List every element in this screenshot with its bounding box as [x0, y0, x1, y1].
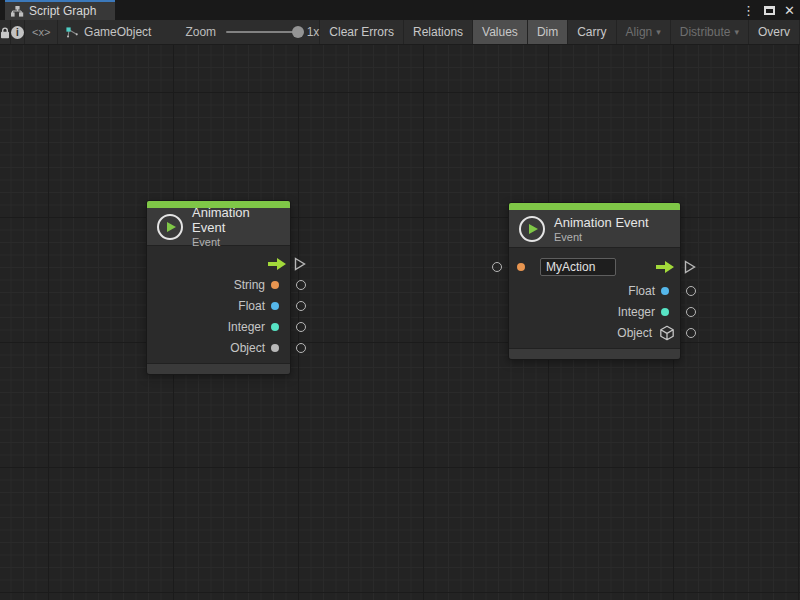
graph-toolbar: i <x> GameObject Zoom 1x Clear Errors Re…	[0, 20, 800, 45]
port-row-flow-output	[147, 253, 290, 274]
toolbar-buttons: Clear Errors Relations Values Dim Carry …	[320, 20, 800, 44]
align-button[interactable]: Align ▾	[617, 20, 671, 44]
maximize-icon[interactable]	[764, 6, 775, 15]
clear-errors-button[interactable]: Clear Errors	[320, 20, 404, 44]
variables-icon: <x>	[32, 26, 50, 38]
tab-script-graph[interactable]: Script Graph	[5, 0, 115, 20]
port-row-float: Float	[147, 295, 290, 316]
name-input-port[interactable]	[492, 262, 502, 272]
node-title: Animation Event	[192, 205, 280, 235]
flow-port-icon	[294, 257, 306, 271]
float-type-icon	[271, 302, 279, 310]
node-animation-event-1[interactable]: Animation Event Event String	[146, 200, 291, 375]
gameobject-graph-icon	[66, 26, 79, 39]
integer-output-port[interactable]	[296, 322, 306, 332]
flow-port-icon	[684, 260, 696, 274]
window-controls: ⋮ ✕	[742, 0, 795, 20]
event-play-icon	[157, 214, 183, 240]
port-row-float: Float	[509, 280, 680, 301]
port-label: Integer	[618, 305, 655, 319]
node-header: Animation Event Event	[509, 210, 680, 248]
float-output-port[interactable]	[686, 286, 696, 296]
event-name-field[interactable]	[540, 258, 616, 276]
dim-button[interactable]: Dim	[528, 20, 568, 44]
port-label: String	[234, 278, 265, 292]
float-type-icon	[661, 287, 669, 295]
node-body: String Float Integer Object	[147, 246, 290, 363]
graph-canvas[interactable]: Animation Event Event String	[0, 45, 800, 600]
flow-arrow-icon	[656, 261, 674, 273]
object-output-port[interactable]	[296, 343, 306, 353]
node-subtitle: Event	[554, 231, 649, 243]
port-label: Integer	[228, 320, 265, 334]
info-button[interactable]: i	[11, 20, 25, 44]
string-type-icon	[271, 281, 279, 289]
chevron-down-icon: ▾	[734, 27, 739, 37]
object-output-port[interactable]	[686, 328, 696, 338]
string-output-port[interactable]	[296, 280, 306, 290]
node-header: Animation Event Event	[147, 208, 290, 246]
port-row-integer: Integer	[147, 316, 290, 337]
node-color-bar	[509, 203, 680, 210]
flow-output-port[interactable]	[294, 257, 306, 271]
object-cube-icon	[659, 325, 675, 341]
port-label: Object	[617, 326, 652, 340]
toolbar-main: GameObject Zoom 1x	[58, 20, 320, 44]
integer-type-icon	[661, 308, 669, 316]
port-row-integer: Integer	[509, 301, 680, 322]
lock-button[interactable]	[0, 20, 11, 44]
carry-button[interactable]: Carry	[568, 20, 616, 44]
zoom-slider[interactable]	[226, 26, 301, 38]
flow-output-port[interactable]	[684, 260, 696, 274]
port-label: Float	[628, 284, 655, 298]
node-animation-event-2[interactable]: Animation Event Event Float	[508, 202, 681, 360]
tab-bar: Script Graph ⋮ ✕	[0, 0, 800, 20]
node-subtitle: Event	[192, 236, 280, 248]
overview-button[interactable]: Overv	[749, 20, 800, 44]
close-icon[interactable]: ✕	[784, 4, 795, 17]
node-body: Float Integer Object	[509, 248, 680, 348]
relations-button[interactable]: Relations	[404, 20, 473, 44]
node-title: Animation Event	[554, 215, 649, 230]
integer-output-port[interactable]	[686, 307, 696, 317]
tab-label: Script Graph	[29, 4, 96, 18]
port-row-name-and-flow	[509, 255, 680, 278]
float-output-port[interactable]	[296, 301, 306, 311]
zoom-label: Zoom	[185, 25, 216, 39]
lock-icon	[0, 26, 10, 39]
port-row-object: Object	[147, 337, 290, 358]
info-icon: i	[11, 26, 24, 39]
variables-button[interactable]: <x>	[25, 20, 58, 44]
chevron-down-icon: ▾	[656, 27, 661, 37]
node-footer	[147, 363, 290, 374]
zoom-value: 1x	[307, 25, 320, 39]
gameobject-label: GameObject	[84, 25, 151, 39]
values-button[interactable]: Values	[473, 20, 528, 44]
integer-type-icon	[271, 323, 279, 331]
zoom-slider-track	[226, 31, 301, 33]
port-row-string: String	[147, 274, 290, 295]
flow-arrow-icon	[268, 258, 286, 270]
port-row-object: Object	[509, 322, 680, 343]
script-graph-icon	[11, 6, 24, 17]
port-label: Object	[230, 341, 265, 355]
object-type-icon	[271, 344, 279, 352]
event-play-icon	[519, 216, 545, 242]
port-label: Float	[238, 299, 265, 313]
node-footer	[509, 348, 680, 359]
string-type-icon	[517, 263, 525, 271]
zoom-slider-handle[interactable]	[292, 26, 304, 38]
distribute-button[interactable]: Distribute ▾	[671, 20, 749, 44]
menu-icon[interactable]: ⋮	[742, 4, 755, 17]
